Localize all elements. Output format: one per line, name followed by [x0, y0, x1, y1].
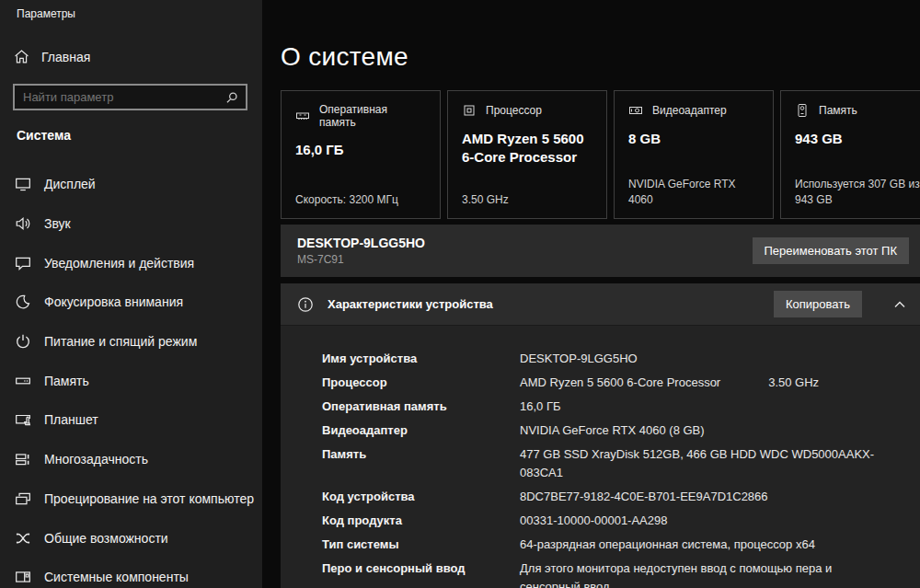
spec-value: 8DC7BE77-9182-4C0E-B701-EE9A7D1C2866	[520, 488, 768, 506]
card-value: 8 GB	[628, 130, 759, 148]
specs-title: Характеристики устройства	[328, 297, 493, 311]
sidebar-item-sound[interactable]: Звук	[0, 204, 262, 244]
settings-search[interactable]	[13, 84, 247, 110]
card-footer: Используется 307 GB из 943 GB	[795, 177, 920, 208]
storage-icon	[14, 373, 32, 389]
sidebar-item-label: Главная	[41, 50, 90, 64]
copy-button[interactable]: Копировать	[774, 291, 862, 317]
spec-value-extra: 3.50 GHz	[768, 374, 819, 392]
summary-cards: Оперативная память 16,0 ГБ Скорость: 320…	[281, 90, 920, 219]
sidebar-item-label: Фокусировка внимания	[44, 294, 183, 309]
app-title: Параметры	[17, 7, 75, 20]
info-icon	[297, 296, 314, 313]
sidebar-item-system-components[interactable]: Системные компоненты	[0, 558, 262, 588]
spec-row-pen-touch: Перо и сенсорный ввод Для этого монитора…	[322, 559, 902, 588]
spec-label: Видеоадаптер	[322, 421, 520, 440]
page-title: О системе	[281, 42, 408, 72]
spec-row-device-id: Код устройства 8DC7BE77-9182-4C0E-B701-E…	[322, 488, 902, 506]
sidebar-item-label: Многозадачность	[44, 452, 148, 467]
sidebar-item-label: Общие возможности	[44, 531, 168, 546]
notifications-icon	[14, 255, 32, 271]
sidebar-section-system: Система	[17, 128, 71, 143]
sidebar-item-power-sleep[interactable]: Питание и спящий режим	[0, 322, 262, 362]
gpu-icon	[628, 103, 643, 118]
spec-value: 00331-10000-00001-AA298	[520, 512, 667, 530]
tablet-icon	[14, 411, 32, 428]
spec-label: Имя устройства	[322, 350, 520, 368]
sidebar-item-tablet[interactable]: Планшет	[0, 400, 262, 440]
spec-value: 477 GB SSD XrayDisk 512GB, 466 GB HDD WD…	[520, 445, 888, 482]
sidebar-item-label: Проецирование на этот компьютер	[44, 491, 254, 506]
home-icon	[14, 49, 29, 64]
display-icon	[14, 176, 32, 192]
search-icon[interactable]	[225, 91, 246, 104]
card-gpu: Видеоадаптер 8 GB NVIDIA GeForce RTX 406…	[614, 90, 774, 219]
about-page: О системе Оперативная память 16,0 ГБ Ско…	[262, 0, 920, 588]
card-cpu: Процессор AMD Ryzen 5 5600 6-Core Proces…	[447, 90, 607, 219]
spec-row-storage: Память 477 GB SSD XrayDisk 512GB, 466 GB…	[322, 445, 902, 482]
projecting-icon	[14, 490, 32, 507]
focus-assist-icon	[14, 294, 32, 310]
sidebar-item-storage[interactable]: Память	[0, 361, 262, 400]
card-footer: 3.50 GHz	[462, 192, 592, 208]
spec-label: Код устройства	[322, 488, 520, 506]
spec-value: DESKTOP-9LGG5HO	[520, 350, 638, 368]
sidebar-item-label: Питание и спящий режим	[44, 334, 197, 349]
card-title: Оперативная память	[319, 103, 426, 129]
multitasking-icon	[14, 451, 32, 467]
sidebar-item-label: Дисплей	[44, 177, 96, 191]
spec-label: Оперативная память	[322, 398, 520, 416]
device-specifications-section: Характеристики устройства Копировать Имя…	[281, 283, 920, 588]
sidebar-item-label: Системные компоненты	[44, 570, 189, 584]
spec-value: NVIDIA GeForce RTX 4060 (8 GB)	[520, 421, 705, 440]
specs-body: Имя устройства DESKTOP-9LGG5HO Процессор…	[281, 325, 920, 588]
disk-icon	[795, 103, 810, 118]
spec-row-processor: Процессор AMD Ryzen 5 5600 6-Core Proces…	[322, 374, 902, 392]
spec-label: Код продукта	[322, 512, 520, 530]
sound-icon	[14, 215, 32, 232]
ram-icon	[295, 109, 310, 123]
system-components-icon	[14, 569, 32, 585]
spec-value: AMD Ryzen 5 5600 6-Core Processor	[520, 374, 720, 392]
card-footer: Скорость: 3200 МГц	[295, 192, 426, 208]
card-value: 16,0 ГБ	[295, 141, 426, 159]
sidebar-item-label: Память	[44, 374, 89, 388]
power-icon	[14, 333, 32, 350]
spec-row-product-id: Код продукта 00331-10000-00001-AA298	[322, 512, 902, 530]
card-value: AMD Ryzen 5 5600 6-Core Processor	[462, 130, 592, 167]
device-name-row: DESKTOP-9LGG5HO MS-7C91 Переименовать эт…	[281, 225, 920, 277]
settings-sidebar: Параметры Главная Система Дисплей	[0, 0, 262, 588]
spec-value: 16,0 ГБ	[520, 398, 560, 416]
card-title: Память	[819, 104, 857, 117]
sidebar-item-label: Планшет	[44, 412, 98, 427]
sidebar-item-display[interactable]: Дисплей	[0, 165, 262, 204]
sidebar-item-notifications[interactable]: Уведомления и действия	[0, 243, 262, 282]
spec-label: Память	[322, 445, 520, 464]
sidebar-item-multitasking[interactable]: Многозадачность	[0, 440, 262, 479]
spec-row-ram: Оперативная память 16,0 ГБ	[322, 398, 902, 416]
spec-label: Перо и сенсорный ввод	[322, 559, 520, 578]
shared-experiences-icon	[14, 530, 32, 547]
cpu-icon	[462, 103, 477, 118]
rename-pc-button[interactable]: Переименовать этот ПК	[753, 237, 910, 264]
search-input[interactable]	[15, 86, 225, 109]
card-footer: NVIDIA GeForce RTX 4060	[628, 177, 759, 208]
card-ram: Оперативная память 16,0 ГБ Скорость: 320…	[281, 90, 441, 219]
spec-label: Процессор	[322, 374, 520, 392]
device-name: DESKTOP-9LGG5HO	[297, 236, 425, 250]
spec-value: 64-разрядная операционная система, проце…	[520, 536, 815, 554]
specs-header: Характеристики устройства Копировать	[281, 283, 920, 325]
device-model: MS-7C91	[297, 253, 425, 266]
card-title: Видеоадаптер	[652, 104, 727, 117]
sidebar-item-label: Звук	[44, 216, 71, 231]
sidebar-item-shared-experiences[interactable]: Общие возможности	[0, 518, 262, 558]
card-value: 943 GB	[795, 130, 920, 148]
card-storage: Память 943 GB Используется 307 GB из 943…	[780, 90, 920, 219]
spec-row-gpu: Видеоадаптер NVIDIA GeForce RTX 4060 (8 …	[322, 421, 902, 440]
sidebar-item-home[interactable]: Главная	[14, 49, 90, 64]
sidebar-item-projecting[interactable]: Проецирование на этот компьютер	[0, 479, 262, 519]
sidebar-item-label: Уведомления и действия	[44, 256, 194, 271]
spec-label: Тип системы	[322, 536, 520, 554]
chevron-up-icon[interactable]	[892, 297, 907, 312]
sidebar-item-focus-assist[interactable]: Фокусировка внимания	[0, 282, 262, 322]
